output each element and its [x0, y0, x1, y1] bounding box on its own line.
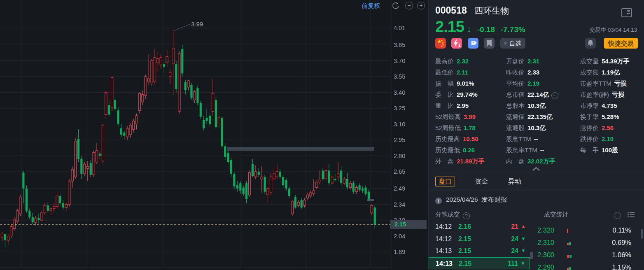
add-watchlist-button[interactable]: ♥自选 — [500, 38, 525, 49]
tab-pankou[interactable]: 盘口 — [435, 177, 455, 186]
stat-total-shares: 总股本10.3亿 — [506, 100, 580, 111]
tag-icon — [468, 38, 478, 49]
tick-trade-list[interactable]: 14:122.1621▲14:122.1524▼14:132.1524▼14:1… — [429, 221, 530, 269]
help-icon[interactable]: ? — [463, 212, 470, 219]
tick-list-scrollbar[interactable] — [530, 252, 533, 259]
stat-pb: 市净率4.735 — [580, 100, 641, 111]
svg-text:2.49: 2.49 — [394, 185, 405, 192]
market-cap-more-icon[interactable]: ⋯ — [551, 92, 558, 99]
stock-code: 000518 — [435, 5, 467, 16]
candlestick-chart[interactable]: 3.994.013.853.703.553.403.253.102.952.80… — [0, 0, 428, 270]
svg-text:2.15: 2.15 — [394, 221, 406, 228]
stat-lot-size: 每 手100股 — [580, 144, 641, 156]
volume-bar-icon — [567, 240, 590, 245]
stock-detail-panel: 000518 四环生物 2.15 ↓ -0.18 -7.73% 交易中 03/0… — [428, 0, 644, 270]
stat-div-ttm: 股息TTM-- — [506, 133, 580, 144]
tick-row[interactable]: 14:122.1621▲ — [429, 221, 530, 233]
stat-amplitude: 振 幅9.01% — [435, 78, 506, 89]
trade-stats-list[interactable]: 2.3200.11%2.3100.69%2.3001.06%2.2901.15% — [537, 224, 641, 270]
stat-vol-ratio: 量 比2.95 — [435, 100, 506, 111]
trade-stat-row[interactable]: 2.2901.15% — [537, 261, 641, 270]
svg-text:2.95: 2.95 — [394, 137, 405, 143]
svg-text:2.80: 2.80 — [394, 153, 405, 159]
divider — [429, 174, 644, 174]
notice-text: 发布财报 — [481, 196, 507, 203]
tick-row[interactable]: 14:122.1524▼ — [429, 233, 530, 245]
stat-limit-up: 涨停价2.56 — [580, 122, 641, 133]
earnings-notice[interactable]: i2025/04/26 发布财报 — [435, 195, 507, 204]
list-headers: 分笔成交? 成交统计 ⋯ — [435, 211, 638, 220]
stat-float-shares: 流通股10.3亿 — [506, 122, 580, 133]
market-status: 交易中 03/04 14:13 — [589, 26, 637, 34]
stat-open: 开盘价2.31 — [506, 56, 580, 67]
tick-row[interactable]: 14:132.1524▼ — [429, 245, 530, 257]
svg-text:3.99: 3.99 — [191, 21, 203, 28]
panel-tabs: 盘口 资金 异动 — [435, 177, 539, 187]
stat-low: 最低价2.11 — [435, 67, 506, 78]
svg-text:2.34: 2.34 — [394, 201, 405, 208]
stat-avg-price: 平均价2.19 — [506, 78, 580, 89]
volume-bar-icon — [567, 252, 590, 258]
stat-hist-high: 历史最高10.50 — [435, 133, 506, 144]
trade-stat-row[interactable]: 2.3001.06% — [537, 249, 641, 261]
order-list-icon[interactable] — [628, 212, 635, 219]
trade-stat-row[interactable]: 2.3200.11% — [537, 224, 641, 236]
current-price: 2.15 — [435, 18, 464, 35]
stat-mkt-cap: 总市值22.14亿⋯ — [506, 89, 580, 100]
svg-text:2.65: 2.65 — [394, 168, 405, 175]
svg-text:3.40: 3.40 — [394, 89, 405, 96]
volume-bar-icon — [567, 264, 590, 270]
heart-icon: ♥ — [504, 40, 507, 47]
news-f10-icon[interactable] — [621, 8, 632, 17]
price-row: 2.15 ↓ -0.18 -7.73% 交易中 03/04 14:13 — [435, 18, 638, 36]
watchlist-label: 自选 — [509, 40, 521, 47]
stat-empty — [580, 156, 641, 167]
bookmark-icon — [484, 38, 495, 49]
quick-trade-button[interactable]: 快捷交易 — [604, 38, 638, 49]
alert-bell-button[interactable] — [585, 38, 596, 49]
stat-hist-low: 历史最低0.26 — [435, 144, 506, 156]
svg-text:3.55: 3.55 — [394, 73, 405, 80]
hot-lightning-icon: 1 — [451, 38, 462, 49]
stat-prev-close: 昨收价2.33 — [506, 67, 580, 78]
kline-chart-area[interactable]: 3.994.013.853.703.553.403.253.102.952.80… — [0, 0, 428, 270]
svg-text:4.01: 4.01 — [394, 25, 405, 31]
stats-list-scrollbar[interactable] — [641, 229, 643, 239]
stat-bid-ratio: 委 比29.74% — [435, 89, 506, 100]
zoom-in-icon[interactable]: + — [417, 2, 425, 9]
cn-flag-icon: ★ ★★★★ — [435, 38, 446, 49]
svg-text:3.10: 3.10 — [394, 121, 405, 128]
price-change-pct: -7.73% — [501, 25, 525, 34]
down-arrow-icon: ↓ — [467, 23, 471, 34]
tick-list-title: 分笔成交 — [435, 211, 460, 218]
bell-icon — [587, 40, 594, 47]
trade-stat-row[interactable]: 2.3100.69% — [537, 236, 641, 249]
stat-pe-static: 市盈率(静)亏损 — [580, 89, 641, 100]
svg-text:3.70: 3.70 — [394, 58, 405, 64]
divider — [429, 191, 644, 191]
stock-badge-row: ★ ★★★★ 1 ♥自选 快捷交易 — [435, 38, 638, 49]
down-triangle-icon: ▼ — [520, 258, 525, 270]
notice-date: 2025/04/26 — [446, 196, 478, 203]
stat-high: 最高价2.32 — [435, 56, 506, 67]
tick-row[interactable]: 14:132.15111▼ — [429, 257, 530, 270]
reset-zoom-icon[interactable] — [391, 1, 400, 10]
volume-bar-icon — [567, 227, 590, 233]
tab-yidong[interactable]: 异动 — [508, 177, 521, 186]
up-triangle-icon: ▲ — [521, 221, 526, 233]
down-triangle-icon: ▼ — [521, 245, 526, 257]
more-options-icon[interactable]: ⋯ — [614, 212, 621, 219]
stat-turnover-rate: 换手率5.28% — [580, 111, 641, 122]
stat-turnover: 成交额1.19亿 — [580, 67, 641, 78]
price-change: -0.18 — [477, 25, 495, 34]
adjust-mode-link[interactable]: 前复权 — [362, 2, 380, 10]
stat-pe-ttm: 市盈率TTM亏损 — [580, 78, 641, 89]
zoom-out-icon[interactable]: − — [405, 2, 413, 9]
collapse-chevron-icon[interactable] — [532, 165, 540, 172]
tab-zijin[interactable]: 资金 — [475, 177, 488, 186]
svg-text:3.85: 3.85 — [394, 42, 405, 48]
down-triangle-icon: ▼ — [521, 233, 526, 245]
stat-float-cap: 流通值22.135亿 — [506, 111, 580, 122]
stat-outer-vol: 外 盘21.89万手 — [435, 156, 506, 167]
stat-volume: 成交量54.39万手 — [580, 56, 641, 67]
